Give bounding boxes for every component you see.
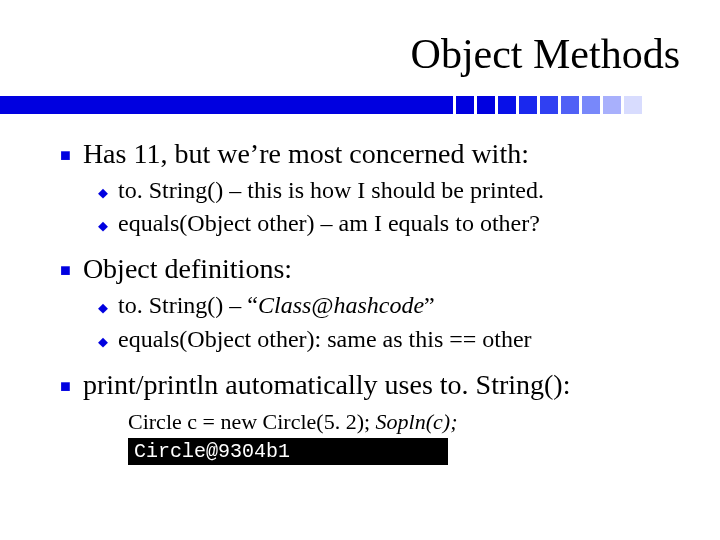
code-italic: Sopln(c); [376, 409, 458, 434]
sub-bullet-text: equals(Object other) – am I equals to ot… [118, 208, 540, 239]
sub-bullet-text: equals(Object other): same as this == ot… [118, 324, 532, 355]
decor-square [498, 96, 516, 114]
bullet-item: ■ Has 11, but we’re most concerned with: [60, 136, 690, 171]
bullet-text: Has 11, but we’re most concerned with: [83, 136, 529, 171]
underline-squares [435, 96, 642, 114]
bullet-text: print/println automatically uses to. Str… [83, 367, 571, 402]
sub-bullet-text: to. String() – “Class@hashcode” [118, 290, 435, 321]
decor-square [603, 96, 621, 114]
content-area: ■ Has 11, but we’re most concerned with:… [0, 136, 720, 465]
sub-bullet-prefix: to. String() – “ [118, 292, 258, 318]
code-block: Circle c = new Circle(5. 2); Sopln(c); C… [128, 408, 690, 466]
console-output: Circle@9304b1 [128, 438, 448, 465]
bullet-text: Object definitions: [83, 251, 292, 286]
diamond-bullet-icon: ◆ [98, 334, 108, 350]
decor-square [540, 96, 558, 114]
slide-title: Object Methods [0, 0, 720, 88]
decor-square [561, 96, 579, 114]
sub-bullet-item: ◆ equals(Object other) – am I equals to … [98, 208, 690, 239]
diamond-bullet-icon: ◆ [98, 218, 108, 234]
code-line: Circle c = new Circle(5. 2); Sopln(c); [128, 408, 690, 437]
square-bullet-icon: ■ [60, 145, 71, 166]
bullet-item: ■ print/println automatically uses to. S… [60, 367, 690, 402]
bullet-item: ■ Object definitions: [60, 251, 690, 286]
slide: Object Methods ■ Has 11, but we’re most … [0, 0, 720, 540]
sub-bullet-text: to. String() – this is how I should be p… [118, 175, 544, 206]
sub-bullet-item: ◆ to. String() – this is how I should be… [98, 175, 690, 206]
square-bullet-icon: ■ [60, 376, 71, 397]
square-bullet-icon: ■ [60, 260, 71, 281]
sub-bullet-item: ◆ equals(Object other): same as this == … [98, 324, 690, 355]
diamond-bullet-icon: ◆ [98, 300, 108, 316]
sub-bullet-suffix: ” [424, 292, 435, 318]
underline-bar [0, 96, 435, 114]
decor-square [519, 96, 537, 114]
decor-square [582, 96, 600, 114]
code-plain: Circle c = new Circle(5. 2); [128, 409, 376, 434]
diamond-bullet-icon: ◆ [98, 185, 108, 201]
title-underline [0, 88, 720, 116]
decor-square [477, 96, 495, 114]
decor-square [624, 96, 642, 114]
sub-bullet-item: ◆ to. String() – “Class@hashcode” [98, 290, 690, 321]
sub-bullet-italic: Class@hashcode [258, 292, 424, 318]
decor-square [435, 96, 453, 114]
decor-square [456, 96, 474, 114]
